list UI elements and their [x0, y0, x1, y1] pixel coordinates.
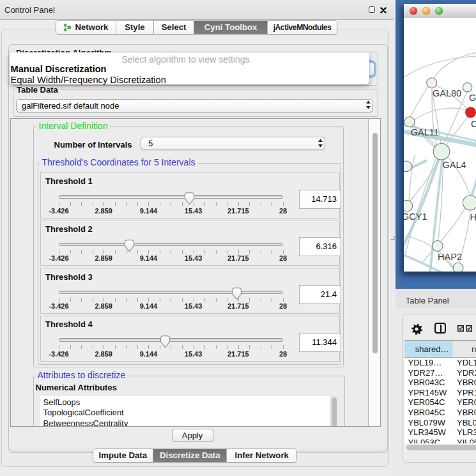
svg-text:GCY1: GCY1: [404, 211, 427, 221]
svg-text:GA: GA: [469, 93, 476, 103]
svg-text:HAP2: HAP2: [438, 251, 462, 261]
svg-text:GAL80: GAL80: [433, 88, 461, 98]
svg-text:C: C: [471, 119, 476, 129]
svg-text:H: H: [470, 211, 476, 222]
svg-text:GAL4: GAL4: [443, 159, 466, 169]
svg-text:GAL11: GAL11: [411, 127, 439, 137]
